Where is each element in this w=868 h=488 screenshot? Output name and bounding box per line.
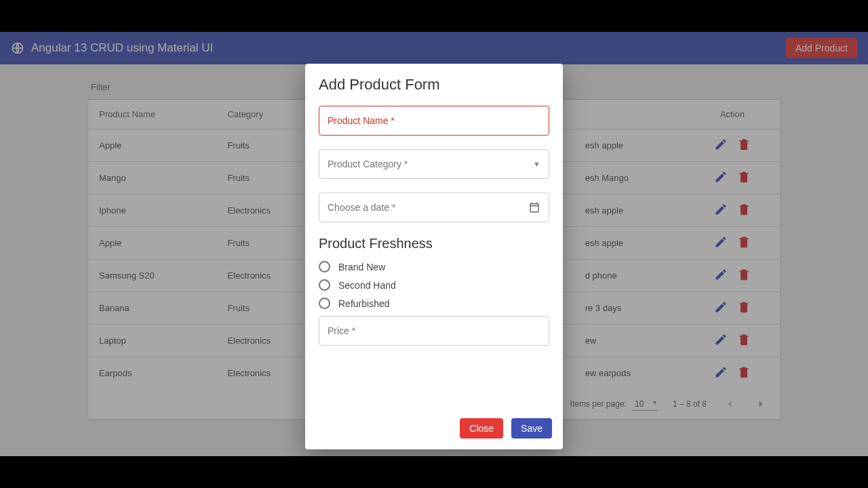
dialog-body[interactable]: Add Product Form Product Name * Product … bbox=[305, 64, 563, 411]
freshness-option-label: Brand New bbox=[338, 262, 385, 272]
product-date-field[interactable]: Choose a date * bbox=[319, 192, 549, 222]
letterbox-top bbox=[0, 0, 868, 32]
freshness-option[interactable]: Brand New bbox=[319, 261, 549, 272]
radio-icon bbox=[319, 279, 330, 291]
save-button[interactable]: Save bbox=[511, 418, 552, 439]
freshness-option-label: Second Hand bbox=[338, 280, 396, 291]
dialog-title: Add Product Form bbox=[319, 76, 549, 94]
product-name-label: Product Name * bbox=[328, 115, 395, 126]
radio-icon bbox=[319, 298, 330, 309]
price-field[interactable]: Price * bbox=[319, 316, 549, 346]
product-date-label: Choose a date * bbox=[328, 202, 395, 213]
dialog-actions: Close Save bbox=[305, 411, 563, 449]
app-root: Angular 13 CRUD using Material UI Add Pr… bbox=[0, 32, 868, 456]
radio-icon bbox=[319, 261, 330, 272]
freshness-option-label: Refurbished bbox=[338, 298, 390, 309]
calendar-icon[interactable] bbox=[528, 201, 540, 214]
product-category-label: Product Category * bbox=[328, 159, 408, 169]
price-label: Price * bbox=[328, 325, 355, 336]
product-category-field[interactable]: Product Category * ▼ bbox=[319, 149, 549, 179]
product-name-field[interactable]: Product Name * bbox=[319, 106, 549, 136]
freshness-option[interactable]: Refurbished bbox=[319, 298, 549, 309]
freshness-heading: Product Freshness bbox=[319, 236, 549, 251]
freshness-option[interactable]: Second Hand bbox=[319, 279, 549, 291]
close-button[interactable]: Close bbox=[460, 418, 503, 439]
letterbox-bottom bbox=[0, 456, 868, 488]
add-product-dialog: Add Product Form Product Name * Product … bbox=[305, 64, 563, 449]
chevron-down-icon: ▼ bbox=[533, 160, 540, 168]
